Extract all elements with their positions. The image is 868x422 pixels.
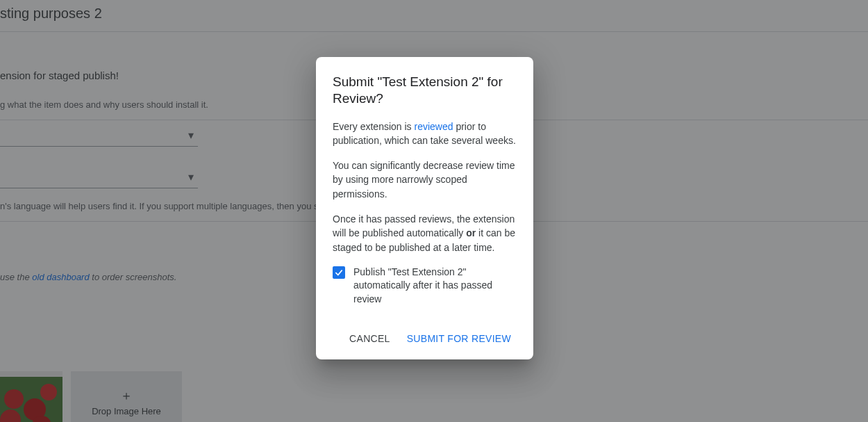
text-bold: or (466, 227, 476, 238)
reviewed-link[interactable]: reviewed (415, 121, 453, 132)
dialog-actions: Cancel Submit for Review (333, 320, 517, 351)
dialog-paragraph-2: You can significantly decrease review ti… (333, 159, 517, 201)
auto-publish-checkbox-row[interactable]: Publish "Test Extension 2" automatically… (333, 266, 517, 307)
checkbox-label: Publish "Test Extension 2" automatically… (353, 266, 517, 307)
submit-for-review-button[interactable]: Submit for Review (401, 326, 517, 351)
dialog-paragraph-3: Once it has passed reviews, the extensio… (333, 212, 517, 254)
dialog-paragraph-1: Every extension is reviewed prior to pub… (333, 120, 517, 148)
text: Every extension is (333, 121, 415, 132)
cancel-button[interactable]: Cancel (344, 326, 396, 351)
submit-review-dialog: Submit "Test Extension 2" for Review? Ev… (316, 57, 533, 359)
check-icon (334, 268, 344, 277)
dialog-title: Submit "Test Extension 2" for Review? (333, 74, 517, 107)
checkbox-checked[interactable] (333, 266, 345, 279)
